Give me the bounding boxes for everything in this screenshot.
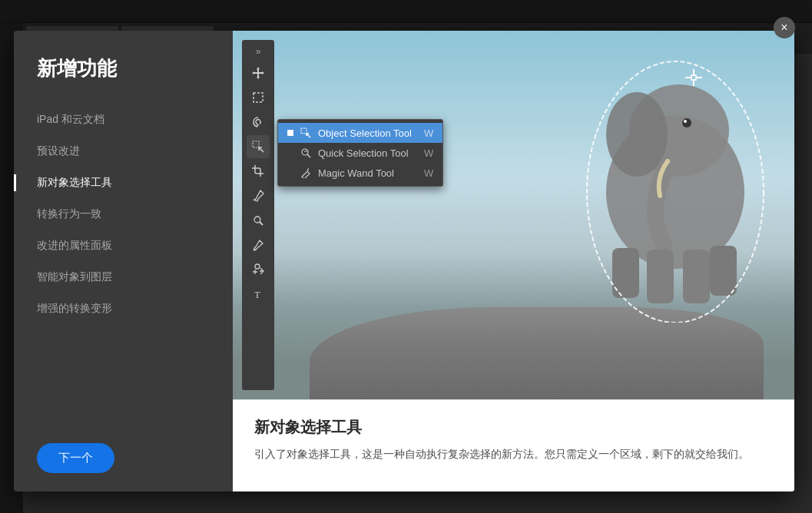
lasso-icon xyxy=(252,116,264,128)
close-icon: × xyxy=(781,21,787,35)
tool-crop[interactable] xyxy=(247,160,270,183)
modal-content: » xyxy=(233,31,794,491)
tcm-label-1: Object Selection Tool xyxy=(318,127,412,139)
description-text: 引入了对象选择工具，这是一种自动执行复杂选择的新方法。您只需定义一个区域，剩下的… xyxy=(254,445,773,464)
svg-rect-0 xyxy=(254,93,263,102)
marquee-icon xyxy=(252,91,264,104)
tool-type[interactable]: T xyxy=(247,283,270,306)
nav-item-preset-improve[interactable]: 预设改进 xyxy=(14,135,233,167)
tcm-icon-1 xyxy=(300,127,312,139)
nav-item-transform-behavior[interactable]: 转换行为一致 xyxy=(14,198,233,230)
object-select-icon xyxy=(252,141,264,153)
tool-lasso[interactable] xyxy=(247,111,270,134)
cursor-crosshair-icon xyxy=(685,69,702,86)
svg-point-14 xyxy=(682,118,691,127)
tcm-shortcut-2: W xyxy=(424,147,433,159)
tool-marquee[interactable] xyxy=(247,86,270,109)
svg-point-3 xyxy=(255,264,260,269)
elephant-illustration xyxy=(533,46,771,323)
svg-rect-1 xyxy=(253,141,259,147)
heal-icon xyxy=(252,214,264,227)
tool-context-menu: Object Selection Tool W Quick Selection … xyxy=(277,119,443,187)
clone-icon xyxy=(252,263,264,276)
nav-item-transform-warp[interactable]: 增强的转换变形 xyxy=(14,293,233,324)
modal-dialog: 新增功能 iPad 和云文档 预设改进 新对象选择工具 转换行为一致 改进的属性… xyxy=(14,31,794,491)
image-area: » xyxy=(233,31,794,399)
nav-items: iPad 和云文档 预设改进 新对象选择工具 转换行为一致 改进的属性面板 智能… xyxy=(14,104,233,425)
tcm-shortcut-1: W xyxy=(424,127,433,139)
svg-rect-12 xyxy=(710,246,737,296)
modal-sidebar: 新增功能 iPad 和云文档 预设改进 新对象选择工具 转换行为一致 改进的属性… xyxy=(14,31,233,491)
svg-point-2 xyxy=(254,217,260,223)
tcm-icon-2 xyxy=(300,147,312,159)
svg-point-15 xyxy=(684,120,687,123)
svg-point-9 xyxy=(606,92,668,177)
tool-eyedropper[interactable] xyxy=(247,184,270,207)
tcm-selected-dot xyxy=(287,130,293,136)
svg-text:T: T xyxy=(254,289,260,300)
nav-item-object-select-tool[interactable]: 新对象选择工具 xyxy=(14,167,233,198)
nav-item-properties-panel[interactable]: 改进的属性面板 xyxy=(14,230,233,261)
tool-clone[interactable] xyxy=(247,258,270,281)
description-title: 新对象选择工具 xyxy=(254,417,773,438)
tool-move[interactable] xyxy=(247,61,270,84)
move-icon xyxy=(252,67,264,79)
tcm-label-2: Quick Selection Tool xyxy=(318,147,412,159)
svg-rect-11 xyxy=(683,250,710,303)
eyedropper-icon xyxy=(252,190,264,202)
svg-rect-5 xyxy=(301,128,307,134)
tcm-shortcut-3: W xyxy=(424,167,433,179)
tcm-label-3: Magic Wand Tool xyxy=(318,167,412,179)
tool-brush[interactable] xyxy=(247,233,270,256)
tool-object-select[interactable] xyxy=(247,135,270,158)
nav-item-ipad-cloud[interactable]: iPad 和云文档 xyxy=(14,104,233,135)
close-button[interactable]: × xyxy=(774,17,795,38)
tcm-quick-selection[interactable]: Quick Selection Tool W xyxy=(278,143,442,163)
next-button[interactable]: 下一个 xyxy=(37,443,114,473)
description-area: 新对象选择工具 引入了对象选择工具，这是一种自动执行复杂选择的新方法。您只需定义… xyxy=(233,399,794,491)
svg-rect-10 xyxy=(647,250,674,303)
type-icon: T xyxy=(252,288,264,300)
cross-cursor xyxy=(685,69,702,90)
tool-heal[interactable] xyxy=(247,209,270,232)
ps-inner-toolbar: » xyxy=(242,40,274,390)
nav-item-smart-object-layer[interactable]: 智能对象到图层 xyxy=(14,261,233,293)
tcm-magic-wand[interactable]: Magic Wand Tool W xyxy=(278,163,442,183)
modal-title: 新增功能 xyxy=(14,55,233,104)
brush-icon xyxy=(252,239,264,251)
tcm-icon-3 xyxy=(300,167,312,179)
crop-icon xyxy=(252,165,264,177)
tcm-object-selection[interactable]: Object Selection Tool W xyxy=(278,123,442,143)
toolbar-expand-icon: » xyxy=(256,45,261,60)
svg-rect-21 xyxy=(691,75,696,80)
